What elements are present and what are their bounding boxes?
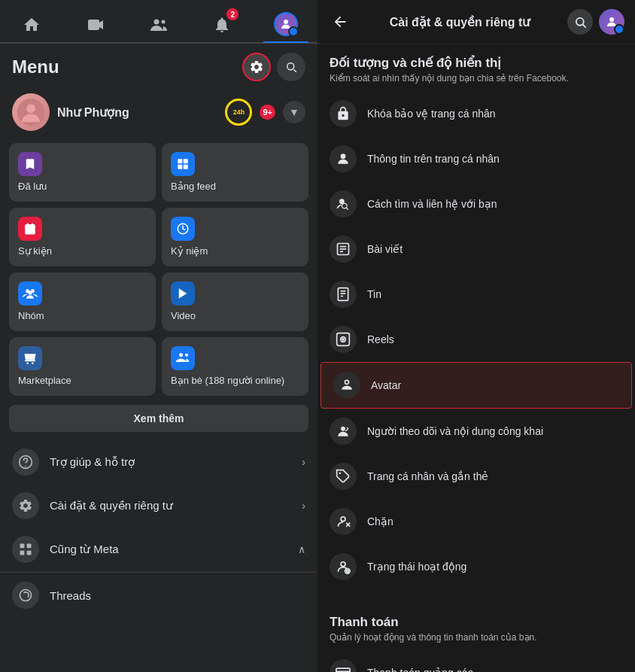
reels-icon [330,326,357,353]
avatar-icon [333,372,360,399]
grid-item-marketplace[interactable]: Marketplace [9,337,156,396]
profile-name: Như Phượng [57,105,217,120]
nav-profile-avatar [274,12,298,36]
svg-rect-27 [27,544,32,549]
settings-item-avatar[interactable]: Avatar [321,362,632,409]
events-label: Sự kiện [18,245,147,257]
settings-item-activity-status[interactable]: Trạng thái hoạt động [318,544,635,589]
followers-label: Người theo dõi và nội dung công khai [367,425,543,437]
activity-status-icon [330,553,357,580]
find-contact-label: Cách tìm và liên hệ với bạn [367,198,497,210]
activity-status-label: Trạng thái hoạt động [367,561,466,573]
saved-icon [18,152,42,176]
grid-item-groups[interactable]: Nhóm [9,272,156,331]
threads-label: Threads [50,589,91,602]
settings-gear-button[interactable] [242,53,271,81]
block-icon [330,508,357,535]
avatar-label: Avatar [371,379,401,391]
topbar-avatar[interactable] [599,9,624,35]
marketplace-icon [18,346,42,370]
profile-tag-icon [330,463,357,490]
payment-list: Thanh toán quảng cáo [318,647,635,672]
svg-point-21 [32,362,34,364]
posts-label: Bài viết [367,243,403,255]
bottom-list: Trợ giúp & hỗ trợ › Cài đặt & quyền riên… [0,435,318,672]
svg-point-48 [341,427,345,431]
svg-rect-8 [184,159,188,163]
nav-profile[interactable] [263,7,308,43]
settings-item-posts[interactable]: Bài viết [318,227,635,272]
grid-item-video[interactable]: Video [162,272,308,331]
ad-payment-icon [330,659,357,672]
svg-point-22 [179,353,183,357]
svg-point-18 [29,291,32,295]
events-icon [18,217,42,241]
svg-rect-11 [25,224,35,235]
svg-rect-9 [178,165,182,169]
feed-icon [171,152,195,176]
marketplace-label: Marketplace [18,375,147,386]
settings-item-find-contact[interactable]: Cách tìm và liên hệ với bạn [318,181,635,227]
video-icon [171,281,195,306]
nav-notifications[interactable]: 2 [199,7,245,43]
settings-item-profile-lock[interactable]: Khóa bảo vệ trang cá nhân [318,91,635,136]
settings-icon-bottom [12,492,39,519]
story-ring[interactable]: 24h [225,99,252,126]
svg-marker-1 [99,20,103,29]
groups-label: Nhóm [18,310,147,321]
settings-item-profile-info[interactable]: Thông tin trên trang cá nhân [318,136,635,181]
back-button[interactable] [328,10,352,34]
followers-icon [330,418,357,445]
notification-badge: 2 [226,8,239,20]
profile-lock-label: Khóa bảo vệ trang cá nhân [367,108,496,120]
settings-item-profile-tag[interactable]: Trang cá nhân và gắn thẻ [318,454,635,499]
svg-rect-7 [178,159,182,163]
audience-title: Đối tượng và chế độ hiển thị [330,55,623,71]
svg-point-4 [284,20,288,24]
grid-item-friends[interactable]: Bạn bè (188 người online) [162,337,308,396]
threads-row[interactable]: Threads [0,572,318,618]
meta-icon [12,536,39,563]
see-more-button[interactable]: Xem thêm [9,405,308,432]
audience-desc: Kiểm soát ai nhìn thấy nội dung bạn chia… [330,72,623,85]
svg-point-23 [185,354,188,357]
help-chevron: › [302,456,305,468]
grid-item-events[interactable]: Sự kiện [9,208,156,266]
profile-tag-label: Trang cá nhân và gắn thẻ [367,470,488,482]
profile-row[interactable]: Như Phượng 24h 9+ ▼ [0,87,318,137]
bottom-item-meta[interactable]: Cũng từ Meta ∧ [0,528,318,570]
topbar-search-button[interactable] [567,9,593,35]
bottom-item-help[interactable]: Trợ giúp & hỗ trợ › [0,441,318,483]
svg-point-55 [346,570,348,572]
stories-icon [330,281,357,308]
profile-avatar [12,93,50,131]
nav-friends[interactable] [136,7,181,43]
ad-payment-label: Thanh toán quảng cáo [367,667,473,672]
grid-item-memories[interactable]: Kỷ niệm [162,208,308,266]
settings-item-stories[interactable]: Tin [318,272,635,317]
payment-section-header: Thanh toán Quản lý hoạt động và thông ti… [318,604,635,647]
settings-list: Khóa bảo vệ trang cá nhân Thông tin trên… [318,88,635,592]
nav-home[interactable] [9,7,54,43]
settings-label: Cài đặt & quyền riêng tư [50,499,291,512]
nav-video[interactable] [73,7,118,43]
svg-point-3 [161,20,165,24]
payment-desc: Quản lý hoạt động và thông tin thanh toá… [330,631,623,644]
settings-item-reels[interactable]: Reels [318,317,635,362]
settings-item-block[interactable]: Chặn [318,499,635,544]
grid-item-saved[interactable]: Đã lưu [9,143,156,202]
profile-chevron[interactable]: ▼ [283,101,305,123]
svg-line-31 [582,24,585,27]
menu-search-button[interactable] [277,53,305,81]
menu-header: Menu [0,44,318,87]
settings-item-ad-payment[interactable]: Thanh toán quảng cáo [318,650,635,672]
feed-label: Bảng feed [171,181,299,192]
bottom-item-settings[interactable]: Cài đặt & quyền riêng tư › [0,485,318,527]
meta-label: Cũng từ Meta [50,543,287,556]
settings-item-followers[interactable]: Người theo dõi và nội dung công khai [318,409,635,454]
left-panel: 2 Menu Như Phượng [0,0,318,672]
video-label: Video [171,310,299,321]
grid-item-feed[interactable]: Bảng feed [162,143,308,202]
svg-point-33 [341,154,346,159]
posts-icon [330,236,357,263]
